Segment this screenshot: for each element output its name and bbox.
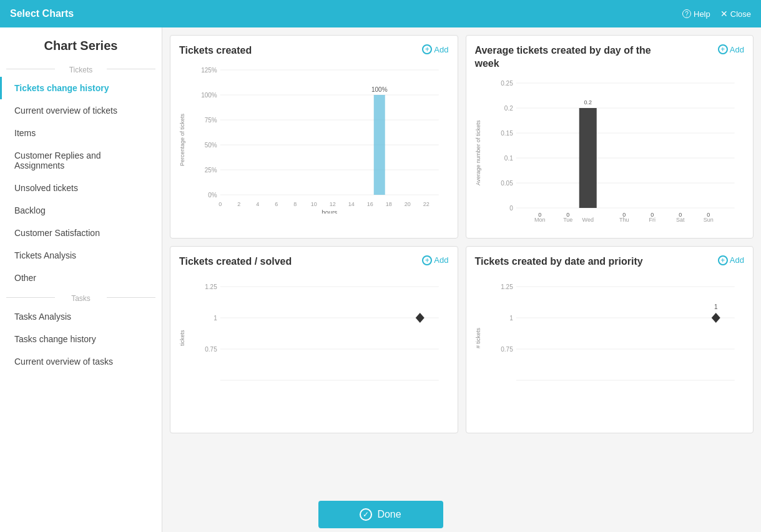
svg-text:Sun: Sun <box>703 217 713 223</box>
svg-text:50%: 50% <box>205 142 217 149</box>
sidebar-item-current-overview[interactable]: Current overview of tickets <box>0 99 162 122</box>
sidebar-item-other[interactable]: Other <box>0 267 162 289</box>
svg-text:16: 16 <box>367 201 373 207</box>
svg-marker-69 <box>711 313 720 323</box>
chart-title-3: Tickets created / solved <box>179 255 292 268</box>
svg-text:2: 2 <box>237 201 240 207</box>
add-label-2: Add <box>730 45 744 54</box>
svg-text:100%: 100% <box>201 92 217 99</box>
svg-text:125%: 125% <box>201 67 217 74</box>
add-button-3[interactable]: + Add <box>422 255 448 265</box>
svg-text:75%: 75% <box>205 117 217 124</box>
svg-text:22: 22 <box>423 201 430 207</box>
svg-text:1.25: 1.25 <box>501 283 513 290</box>
add-button-1[interactable]: + Add <box>422 44 448 54</box>
svg-text:Thu: Thu <box>619 217 629 223</box>
chart-created-solved: Tickets created / solved + Add tickets <box>170 246 458 433</box>
y-axis-label-2: Average number of tickets <box>475 77 488 229</box>
svg-text:0.1: 0.1 <box>504 155 513 162</box>
sidebar-item-unsolved-tickets[interactable]: Unsolved tickets <box>0 177 162 199</box>
svg-text:12: 12 <box>330 201 336 207</box>
svg-text:8: 8 <box>293 201 297 207</box>
chart-title-2: Average tickets created by day of the we… <box>475 44 677 71</box>
sidebar-section-tasks: Tasks <box>0 289 162 305</box>
add-button-4[interactable]: + Add <box>718 255 744 265</box>
plus-icon-4: + <box>718 255 728 265</box>
chart-header-4: Tickets created by date and priority + A… <box>475 255 745 268</box>
svg-text:0.75: 0.75 <box>205 346 217 353</box>
check-icon: ✓ <box>360 508 372 521</box>
sidebar-item-customer-replies[interactable]: Customer Replies and Assignments <box>0 144 162 177</box>
main-layout: Chart Series Tickets Tickets change hist… <box>0 27 761 532</box>
svg-text:0%: 0% <box>208 192 217 199</box>
chart-tickets-created: Tickets created + Add Percentage of tick… <box>170 35 458 239</box>
close-button[interactable]: ✕ Close <box>720 9 751 19</box>
chart-svg-1: 125% 100% 75% 50% 25% 0% 100% 0 2 4 <box>192 64 449 216</box>
svg-text:14: 14 <box>348 201 355 207</box>
chart-body-4: # tickets 1.25 1 0.75 <box>475 274 745 401</box>
chart-body-2: Average number of tickets 0.25 0.2 0.15 <box>475 77 745 229</box>
help-button[interactable]: ? Help <box>682 9 710 19</box>
svg-text:0.75: 0.75 <box>501 346 513 353</box>
chart-header-1: Tickets created + Add <box>179 44 449 57</box>
sidebar-item-current-overview-tasks[interactable]: Current overview of tasks <box>0 350 162 373</box>
svg-text:1: 1 <box>214 315 217 322</box>
svg-text:Sat: Sat <box>675 217 684 223</box>
svg-text:1: 1 <box>509 315 513 322</box>
svg-text:4: 4 <box>256 201 259 207</box>
svg-text:0.05: 0.05 <box>501 180 513 187</box>
svg-marker-61 <box>416 313 425 323</box>
sidebar-item-items[interactable]: Items <box>0 122 162 144</box>
add-button-2[interactable]: + Add <box>718 44 744 54</box>
chart-body-3: tickets 1.25 1 0.75 <box>179 274 449 401</box>
svg-text:6: 6 <box>275 201 278 207</box>
svg-text:hours: hours <box>322 209 337 214</box>
done-button[interactable]: ✓ Done <box>318 501 443 528</box>
sidebar-item-tasks-change-history[interactable]: Tasks change history <box>0 328 162 350</box>
y-axis-label-1: Percentage of tickets <box>179 64 192 216</box>
svg-text:1: 1 <box>714 303 717 310</box>
add-label-3: Add <box>434 255 448 265</box>
chart-avg-by-day: Average tickets created by day of the we… <box>466 35 754 239</box>
sidebar-item-tasks-analysis[interactable]: Tasks Analysis <box>0 305 162 328</box>
help-icon: ? <box>682 9 691 18</box>
plus-icon-1: + <box>422 44 432 54</box>
svg-text:25%: 25% <box>205 167 217 174</box>
plus-icon-2: + <box>718 44 728 54</box>
sidebar-item-tickets-change-history[interactable]: Tickets change history <box>0 77 162 99</box>
chart-body-1: Percentage of tickets 125% 100% 75% <box>179 64 449 216</box>
sidebar: Chart Series Tickets Tickets change hist… <box>0 27 162 532</box>
chart-title-4: Tickets created by date and priority <box>475 255 643 268</box>
header-title: Select Charts <box>10 8 74 19</box>
y-axis-label-4: # tickets <box>475 274 488 401</box>
done-label: Done <box>377 509 401 520</box>
svg-text:0: 0 <box>509 205 513 212</box>
chart-header-3: Tickets created / solved + Add <box>179 255 449 268</box>
chart-title-1: Tickets created <box>179 44 252 57</box>
svg-text:18: 18 <box>386 201 392 207</box>
svg-text:Mon: Mon <box>534 217 545 223</box>
chart-header-2: Average tickets created by day of the we… <box>475 44 745 71</box>
chart-svg-3: 1.25 1 0.75 <box>192 274 449 401</box>
add-label-1: Add <box>434 45 448 54</box>
header-actions: ? Help ✕ Close <box>682 9 751 19</box>
chart-svg-4: 1.25 1 0.75 1 <box>488 274 745 401</box>
svg-text:100%: 100% <box>371 86 388 93</box>
svg-text:10: 10 <box>311 201 317 207</box>
svg-rect-12 <box>374 95 385 195</box>
svg-text:20: 20 <box>405 201 411 207</box>
svg-text:Wed: Wed <box>582 217 593 223</box>
svg-text:0.15: 0.15 <box>501 130 513 137</box>
sidebar-item-tickets-analysis[interactable]: Tickets Analysis <box>0 244 162 267</box>
header: Select Charts ? Help ✕ Close <box>0 0 761 27</box>
svg-text:1.25: 1.25 <box>205 283 217 290</box>
sidebar-item-customer-satisfaction[interactable]: Customer Satisfaction <box>0 222 162 244</box>
svg-text:0.25: 0.25 <box>501 80 513 87</box>
sidebar-item-backlog[interactable]: Backlog <box>0 199 162 222</box>
svg-text:0: 0 <box>218 201 222 207</box>
y-axis-label-3: tickets <box>179 274 192 401</box>
svg-rect-39 <box>579 108 596 208</box>
svg-text:Tue: Tue <box>563 217 572 223</box>
add-label-4: Add <box>730 255 744 265</box>
svg-text:0.2: 0.2 <box>584 99 592 106</box>
